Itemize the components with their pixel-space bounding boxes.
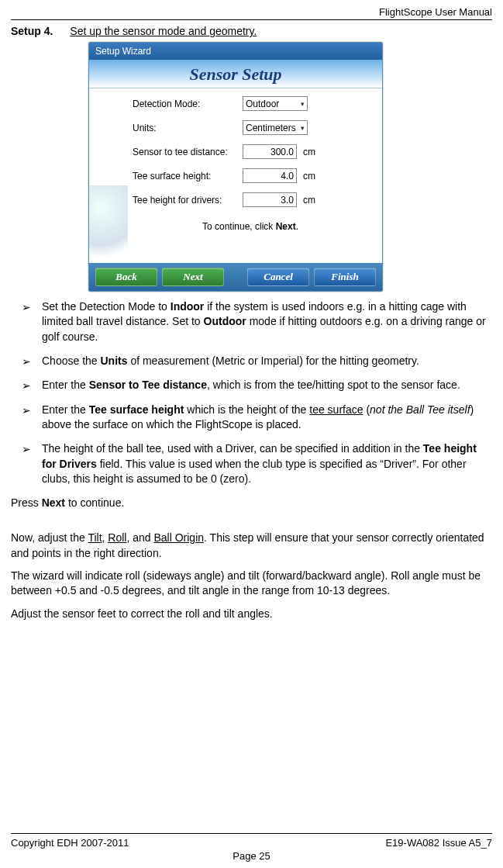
setup-heading: Setup 4. Set up the sensor mode and geom…	[11, 25, 492, 37]
setup-step-label: Setup 4.	[11, 25, 53, 37]
instruction-list: Set the Detection Mode to Indoor if the …	[22, 299, 492, 486]
bullet-units: Choose the Units of measurement (Metric …	[22, 354, 492, 368]
unit-sensor-tee: cm	[303, 147, 315, 157]
label-surface-height: Tee surface height:	[133, 171, 243, 182]
units-select[interactable]: Centimeters ▾	[243, 120, 308, 135]
wizard-titlebar: Setup Wizard	[89, 43, 382, 60]
unit-driver-height: cm	[303, 195, 315, 206]
footer-issue: E19-WA082 Issue A5_7	[385, 837, 492, 849]
back-button[interactable]: Back	[95, 268, 157, 286]
label-detection-mode: Detection Mode:	[133, 99, 243, 109]
label-sensor-tee: Sensor to tee distance:	[133, 147, 243, 157]
bullet-sensor-tee: Enter the Sensor to Tee distance, which …	[22, 378, 492, 393]
units-value: Centimeters	[246, 123, 296, 133]
detection-mode-value: Outdoor	[246, 99, 279, 109]
unit-surface-height: cm	[303, 171, 315, 182]
sensor-tee-input[interactable]	[243, 144, 297, 159]
adjust-angles: The wizard will indicate roll (sideways …	[11, 569, 492, 599]
footer-page-number: Page 25	[11, 850, 492, 862]
press-next: Press Next to continue.	[11, 496, 492, 510]
page-footer: Copyright EDH 2007-2011 E19-WA082 Issue …	[11, 833, 492, 862]
wizard-continue-text: To continue, click Next.	[133, 221, 368, 232]
bullet-detection-mode: Set the Detection Mode to Indoor if the …	[22, 299, 492, 344]
footer-rule	[11, 833, 492, 834]
chevron-down-icon: ▾	[301, 100, 305, 108]
adjust-intro: Now, adjust the Tilt, Roll, and Ball Ori…	[11, 531, 492, 561]
wizard-banner: Sensor Setup	[89, 60, 382, 88]
adjust-feet: Adjust the sensor feet to correct the ro…	[11, 607, 492, 621]
wizard-banner-text: Sensor Setup	[189, 64, 281, 84]
manual-title: FlightScope User Manual	[11, 6, 492, 18]
bullet-driver-height: The height of the ball tee, used with a …	[22, 441, 492, 486]
row-sensor-tee: Sensor to tee distance: cm	[133, 144, 368, 159]
wizard-body: Detection Mode: Outdoor ▾ Units: Centime…	[89, 88, 382, 263]
setup-wizard-window: Setup Wizard Sensor Setup Detection Mode…	[88, 42, 383, 292]
wizard-footer: Back Next Cancel Finish	[89, 263, 382, 291]
row-detection-mode: Detection Mode: Outdoor ▾	[133, 96, 368, 111]
row-driver-height: Tee height for drivers: cm	[133, 192, 368, 207]
row-units: Units: Centimeters ▾	[133, 120, 368, 135]
finish-button[interactable]: Finish	[314, 268, 376, 286]
cancel-button[interactable]: Cancel	[247, 268, 309, 286]
row-surface-height: Tee surface height: cm	[133, 168, 368, 183]
bullet-surface-height: Enter the Tee surface height which is th…	[22, 403, 492, 433]
footer-copyright: Copyright EDH 2007-2011	[11, 837, 129, 849]
header-rule	[11, 19, 492, 20]
surface-height-input[interactable]	[243, 168, 297, 183]
next-button[interactable]: Next	[162, 268, 224, 286]
detection-mode-select[interactable]: Outdoor ▾	[243, 96, 308, 111]
driver-height-input[interactable]	[243, 192, 297, 207]
chevron-down-icon: ▾	[301, 124, 305, 132]
label-units: Units:	[133, 123, 243, 133]
label-driver-height: Tee height for drivers:	[133, 195, 243, 206]
setup-step-title: Set up the sensor mode and geometry.	[70, 25, 257, 37]
